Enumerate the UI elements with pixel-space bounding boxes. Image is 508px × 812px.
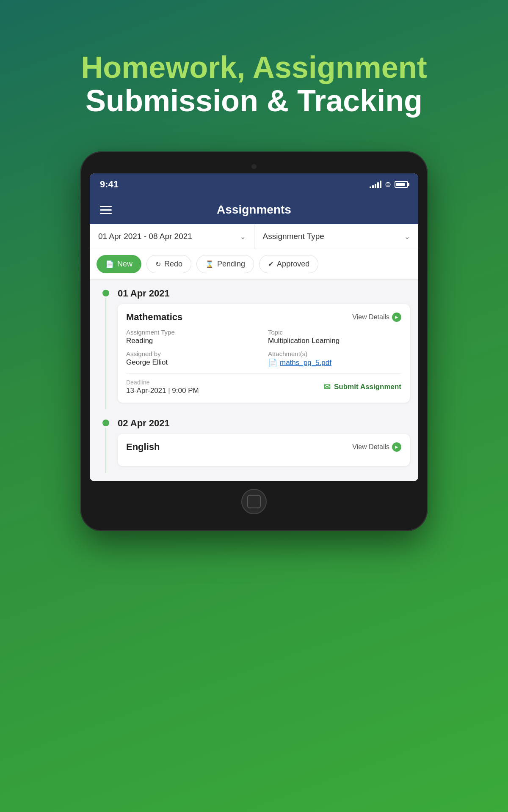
subject-english: English	[126, 442, 160, 453]
assigned-by-label: Assigned by	[126, 350, 260, 357]
topic-label: Topic	[268, 329, 401, 336]
tablet-home-button[interactable]	[241, 489, 267, 514]
tab-approved[interactable]: ✔ Approved	[259, 255, 318, 273]
view-details-arrow-math: ►	[392, 313, 401, 322]
hero-line2: Submission & Tracking	[81, 84, 427, 118]
tab-new[interactable]: 📄 New	[97, 255, 141, 273]
pdf-icon: 📄	[268, 358, 277, 368]
topic-value: Multiplication Learning	[268, 337, 401, 345]
deadline-label: Deadline	[126, 379, 199, 386]
submit-assignment-btn[interactable]: ✉ Submit Assignment	[323, 382, 401, 392]
status-time: 9:41	[100, 179, 119, 190]
date-range-value: 01 Apr 2021 - 08 Apr 2021	[98, 232, 192, 241]
tab-row: 📄 New ↻ Redo ⌛ Pending ✔ Approved	[90, 249, 418, 280]
timeline-dot-2	[102, 420, 109, 426]
view-details-arrow-english: ►	[392, 442, 401, 452]
type-filter[interactable]: Assignment Type ⌄	[254, 224, 419, 249]
date-chevron-icon: ⌄	[240, 233, 246, 241]
battery-icon	[395, 181, 408, 188]
date-content-2: 02 Apr 2021 English View Details ►	[113, 418, 410, 473]
attachment-link[interactable]: 📄 maths_pg_5.pdf	[268, 358, 401, 368]
timeline-content: 01 Apr 2021 Mathematics View Details ►	[90, 280, 418, 481]
tab-new-label: New	[117, 260, 133, 269]
view-details-label-english: View Details	[352, 443, 389, 451]
deadline-value: 13-Apr-2021 | 9:00 PM	[126, 387, 199, 395]
tab-redo[interactable]: ↻ Redo	[146, 255, 191, 273]
deadline-info: Deadline 13-Apr-2021 | 9:00 PM	[126, 379, 199, 395]
date-filter[interactable]: 01 Apr 2021 - 08 Apr 2021 ⌄	[90, 224, 254, 249]
approved-tab-icon: ✔	[268, 260, 273, 268]
nav-title: Assignments	[217, 203, 291, 217]
tab-pending[interactable]: ⌛ Pending	[196, 255, 254, 273]
date-content-1: 01 Apr 2021 Mathematics View Details ►	[113, 288, 410, 409]
attachments-field: Attachment(s) 📄 maths_pg_5.pdf	[268, 350, 401, 368]
pending-tab-icon: ⌛	[205, 260, 214, 268]
hero-section: Homework, Assignment Submission & Tracki…	[81, 51, 427, 118]
card-header-english: English View Details ►	[126, 442, 401, 453]
timeline-col-1	[98, 288, 113, 409]
card-grid-math: Assignment Type Reading Topic Multiplica…	[126, 329, 401, 368]
attachments-label: Attachment(s)	[268, 350, 401, 357]
card-header-math: Mathematics View Details ►	[126, 312, 401, 323]
tab-redo-label: Redo	[164, 260, 182, 269]
tablet-camera	[251, 164, 257, 169]
deadline-section: Deadline 13-Apr-2021 | 9:00 PM ✉ Submit …	[126, 373, 401, 395]
tablet-screen: 9:41 ⊜ Assign	[90, 173, 418, 481]
timeline-line-2	[105, 428, 106, 473]
assignment-type-value: Assignment Type	[263, 232, 324, 241]
view-details-english[interactable]: View Details ►	[352, 442, 401, 452]
date-heading-2: 02 Apr 2021	[118, 418, 410, 429]
date-section-2: 02 Apr 2021 English View Details ►	[90, 409, 418, 473]
date-section-1: 01 Apr 2021 Mathematics View Details ►	[90, 280, 418, 409]
topic-field: Topic Multiplication Learning	[268, 329, 401, 345]
assignment-card-math: Mathematics View Details ► Assignment Ty…	[118, 304, 410, 403]
wifi-icon: ⊜	[385, 180, 391, 189]
timeline-line-1	[105, 298, 106, 409]
status-bar: 9:41 ⊜	[90, 173, 418, 195]
hamburger-menu[interactable]	[100, 206, 112, 214]
assigned-by-field: Assigned by George Elliot	[126, 350, 260, 368]
redo-tab-icon: ↻	[155, 260, 161, 268]
timeline-col-2	[98, 418, 113, 473]
tablet-home-inner	[247, 495, 261, 508]
subject-math: Mathematics	[126, 312, 182, 323]
hero-line1: Homework, Assignment	[81, 51, 427, 84]
type-chevron-icon: ⌄	[404, 233, 410, 241]
timeline-dot-1	[102, 290, 109, 296]
tab-approved-label: Approved	[277, 260, 309, 269]
assignment-type-field: Assignment Type Reading	[126, 329, 260, 345]
status-icons: ⊜	[370, 180, 408, 189]
view-details-math[interactable]: View Details ►	[352, 313, 401, 322]
nav-bar: Assignments	[90, 195, 418, 224]
assignment-type-label: Assignment Type	[126, 329, 260, 336]
date-heading-1: 01 Apr 2021	[118, 288, 410, 299]
assignment-type-value-math: Reading	[126, 337, 260, 345]
filter-row: 01 Apr 2021 - 08 Apr 2021 ⌄ Assignment T…	[90, 224, 418, 249]
assigned-by-value: George Elliot	[126, 358, 260, 367]
view-details-label-math: View Details	[352, 313, 389, 321]
tab-pending-label: Pending	[217, 260, 245, 269]
new-tab-icon: 📄	[105, 260, 114, 268]
signal-icon	[370, 181, 381, 188]
submit-label: Submit Assignment	[334, 383, 401, 391]
submit-icon: ✉	[323, 382, 331, 392]
attachment-filename: maths_pg_5.pdf	[280, 359, 331, 367]
assignment-card-english: English View Details ►	[118, 434, 410, 466]
tablet-device: 9:41 ⊜ Assign	[80, 151, 428, 531]
